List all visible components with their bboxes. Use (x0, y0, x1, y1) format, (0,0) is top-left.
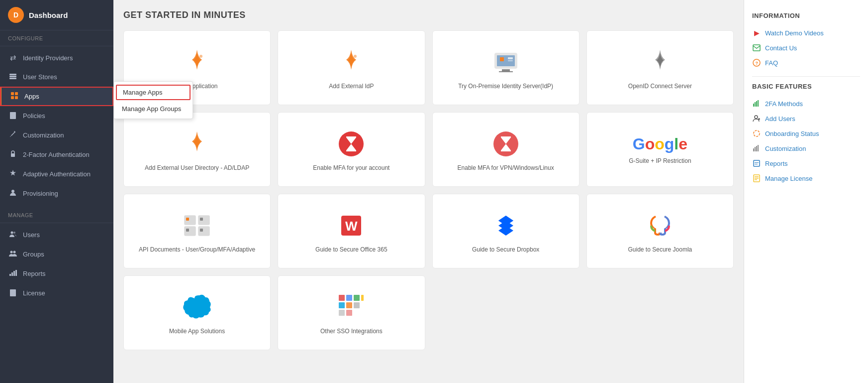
on-premise-icon (491, 47, 521, 77)
card-label: OpenID Connect Server (628, 82, 692, 91)
svg-rect-4 (15, 92, 18, 95)
card-label: Guide to Secure Joomla (628, 246, 692, 254)
add-users-link[interactable]: Add Users (752, 111, 860, 126)
panel-divider (752, 76, 860, 77)
card-add-external-idp[interactable]: Add External IdP (278, 30, 425, 105)
svg-rect-37 (186, 218, 189, 221)
svg-rect-72 (758, 145, 759, 151)
reports-feature-icon (752, 159, 761, 168)
card-label: Enable MFA for VPN/Windows/Linux (458, 164, 554, 172)
sidebar-title: Dashboard (29, 11, 68, 19)
sidebar-item-label: Apps (24, 93, 39, 100)
sidebar-item-users[interactable]: Users (0, 225, 113, 245)
sidebar-item-label: Groups (23, 251, 44, 258)
policies-icon (8, 111, 18, 121)
sidebar-item-groups[interactable]: Groups (0, 245, 113, 264)
external-user-dir-icon (182, 129, 212, 159)
sidebar-item-label: Users (23, 231, 40, 239)
onboarding-status-link[interactable]: Onboarding Status (752, 126, 860, 141)
sidebar-header: D Dashboard (0, 0, 113, 30)
onboarding-status-label: Onboarding Status (765, 130, 819, 137)
add-application-icon (182, 47, 212, 77)
card-add-external-user-dir[interactable]: Add External User Directory - AD/LDAP (123, 112, 271, 187)
svg-rect-20 (15, 270, 17, 276)
manage-license-link[interactable]: Manage License (752, 171, 860, 186)
svg-rect-24 (11, 293, 14, 293)
customization-feature-label: Customization (765, 145, 806, 152)
svg-rect-53 (354, 295, 360, 301)
svg-point-12 (11, 190, 14, 193)
svg-point-15 (10, 251, 13, 254)
svg-rect-31 (500, 57, 504, 61)
page-title: GET STARTED IN MINUTES (123, 10, 734, 20)
dropdown-item-manage-app-groups[interactable]: Manage App Groups (114, 101, 193, 117)
card-enable-mfa-vpn[interactable]: Enable MFA for VPN/Windows/Linux (432, 112, 579, 187)
svg-rect-75 (755, 164, 758, 164)
svg-point-35 (493, 131, 518, 156)
card-gsuite-ip[interactable]: Google G-Suite + IP Restriction (586, 112, 734, 187)
svg-rect-39 (200, 218, 203, 221)
configure-section-label: Configure (0, 30, 113, 44)
card-try-on-premise[interactable]: Try On-Premise Identity Server(IdP) (432, 30, 579, 105)
faq-link[interactable]: ? FAQ (752, 55, 860, 70)
sidebar-item-user-stores[interactable]: User Stores (0, 67, 113, 87)
card-enable-mfa-account[interactable]: Enable MFA for your account (278, 112, 425, 187)
features-section-title: BASIC FEATURES (752, 83, 860, 90)
watch-demo-label: Watch Demo Videos (765, 29, 824, 37)
svg-rect-29 (502, 69, 510, 71)
add-external-idp-icon (336, 47, 366, 77)
svg-rect-66 (758, 100, 759, 107)
card-guide-joomla[interactable]: Guide to Secure Joomla (586, 194, 734, 268)
contact-us-link[interactable]: Contact Us (752, 40, 860, 55)
card-other-sso[interactable]: Other SSO Integrations (278, 275, 425, 350)
card-api-documents[interactable]: API Documents - User/Group/MFA/Adaptive (123, 194, 271, 268)
svg-rect-65 (756, 101, 757, 107)
card-label: G-Suite + IP Restriction (629, 157, 691, 165)
provisioning-icon (8, 189, 18, 198)
svg-rect-70 (755, 147, 756, 151)
svg-point-34 (339, 131, 364, 156)
contact-icon (752, 43, 761, 52)
apps-dropdown: Manage Apps Manage App Groups (113, 81, 193, 119)
2fa-methods-link[interactable]: 2FA Methods (752, 96, 860, 111)
watch-demo-link[interactable]: ▶ Watch Demo Videos (752, 25, 860, 40)
sidebar-item-label: Reports (23, 270, 46, 277)
svg-point-68 (754, 130, 760, 136)
svg-rect-9 (11, 115, 15, 115)
svg-rect-3 (11, 92, 14, 95)
reports-feature-link[interactable]: Reports (752, 156, 860, 171)
add-users-label: Add Users (765, 115, 795, 123)
sidebar-item-license[interactable]: License (0, 283, 113, 303)
adaptive-auth-icon (8, 169, 18, 179)
card-guide-dropbox[interactable]: Guide to Secure Dropbox (432, 194, 579, 268)
manage-section-label: Manage (0, 207, 113, 221)
avatar: D (8, 7, 24, 23)
sidebar-item-policies[interactable]: Policies (0, 106, 113, 126)
svg-text:W: W (345, 219, 358, 234)
customization-feature-link[interactable]: Customization (752, 141, 860, 156)
manage-license-label: Manage License (765, 175, 812, 182)
sidebar-item-provisioning[interactable]: Provisioning (0, 184, 113, 203)
dropdown-item-manage-apps[interactable]: Manage Apps (116, 85, 191, 100)
sidebar-item-label: 2-Factor Authentication (23, 151, 90, 158)
svg-point-25 (199, 55, 202, 58)
svg-rect-17 (9, 274, 11, 276)
sidebar-item-2fa[interactable]: 2-Factor Authentication (0, 145, 113, 164)
card-guide-office365[interactable]: W Guide to Secure Office 365 (278, 194, 425, 268)
contact-us-label: Contact Us (765, 44, 797, 52)
sidebar-item-label: Policies (23, 112, 45, 120)
svg-point-13 (11, 232, 13, 234)
svg-rect-8 (11, 114, 15, 114)
apps-icon (9, 92, 19, 101)
svg-rect-18 (11, 272, 13, 276)
sidebar-item-reports[interactable]: Reports (0, 264, 113, 283)
2fa-methods-icon (752, 99, 761, 108)
sidebar-item-customization[interactable]: Customization (0, 126, 113, 145)
sidebar-item-apps[interactable]: Apps (0, 87, 113, 106)
sidebar-item-identity-providers[interactable]: ⇄ Identity Providers (0, 48, 113, 67)
customization-icon (8, 130, 18, 140)
sidebar-item-adaptive-auth[interactable]: Adaptive Authentication (0, 164, 113, 184)
svg-rect-73 (754, 160, 760, 166)
card-openid-connect[interactable]: OpenID Connect Server (586, 30, 734, 105)
card-mobile-app[interactable]: Mobile App Solutions (123, 275, 271, 350)
